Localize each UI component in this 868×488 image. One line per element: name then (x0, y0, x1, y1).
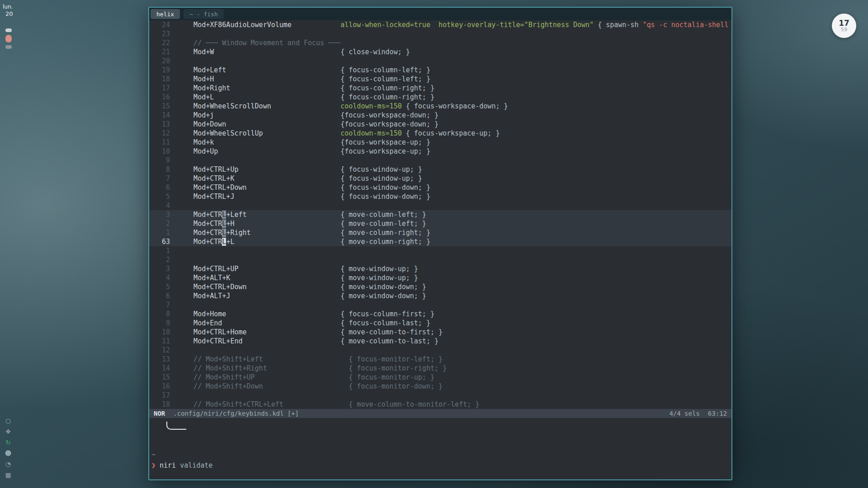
line-number: 20 (149, 56, 170, 66)
editor-line[interactable]: 21 Mod+W { close-window; } (149, 47, 731, 56)
line-content: Mod+H { focus-column-left; } (170, 75, 430, 84)
tab-helix[interactable]: helix (151, 9, 180, 19)
line-content: Mod+Left { focus-column-left; } (170, 66, 430, 75)
editor-line[interactable]: 10 Mod+CTRL+Home { move-column-to-first;… (149, 328, 731, 337)
line-number: 11 (149, 138, 170, 147)
line-number: 1 (149, 246, 170, 255)
editor-line[interactable]: 18 // Mod+Shift+CTRL+Left { move-column-… (149, 400, 731, 409)
editor-line[interactable]: 16 Mod+L { focus-column-right; } (149, 93, 731, 102)
workspace-pill-3[interactable] (5, 45, 12, 49)
line-content: Mod+CTRL+Down { focus-window-down; } (170, 183, 430, 192)
line-content: Mod+End { focus-column-last; } (170, 319, 430, 328)
editor-line[interactable]: 9 (149, 156, 731, 165)
shell-prompt[interactable]: ❯nirivalidate (151, 461, 212, 469)
clock-widget[interactable]: 17 59 (832, 14, 856, 38)
line-content (170, 246, 177, 255)
line-number: 4 (149, 201, 170, 210)
editor-line[interactable]: 2 (149, 255, 731, 264)
command-arg: validate (180, 461, 212, 469)
line-content: Mod+WheelScrollUp cooldown-ms=150 { focu… (170, 129, 500, 138)
shell-area[interactable]: ~ ❯nirivalidate (149, 418, 731, 479)
workspace-pill-1[interactable] (5, 28, 12, 32)
line-number: 12 (149, 346, 170, 355)
editor-line[interactable]: 15 Mod+WheelScrollDown cooldown-ms=150 {… (149, 102, 731, 111)
editor-line[interactable]: 16 // Mod+Shift+Down { focus-monitor-dow… (149, 382, 731, 391)
editor-line[interactable]: 1 (149, 246, 731, 255)
line-content (170, 300, 177, 310)
editor-line[interactable]: 15 // Mod+Shift+UP { focus-monitor-up; } (149, 373, 731, 382)
line-number: 7 (149, 174, 170, 183)
editor-line[interactable]: 7 Mod+CTRL+K { focus-window-up; } (149, 174, 731, 183)
clock-hour: 17 (839, 19, 849, 27)
editor-line[interactable]: 22 // ─── Window Movement and Focus ─── (149, 38, 731, 47)
shell-cwd: ~ (151, 450, 156, 459)
line-number: 8 (149, 310, 170, 319)
line-number: 22 (149, 38, 170, 47)
clock-icon[interactable]: ◔ (5, 461, 11, 468)
line-content: Mod+Up {focus-workspace-up; } (170, 147, 430, 156)
line-content (170, 201, 177, 210)
line-content (170, 346, 177, 355)
circle-status-icon[interactable]: ○ (5, 418, 11, 424)
workspace-indicators (5, 28, 12, 49)
line-content: Mod+k {focus-workspace-up; } (170, 138, 430, 147)
editor-line[interactable]: 14 // Mod+Shift+Right { focus-monitor-ri… (149, 364, 731, 373)
line-content (170, 56, 177, 66)
editor-line[interactable]: 5 Mod+CTRL+J { focus-window-down; } (149, 192, 731, 201)
editor-line[interactable]: 14 Mod+j {focus-workspace-down; } (149, 111, 731, 120)
apps-grid-icon[interactable]: ▦ (5, 472, 11, 479)
editor-line[interactable]: 12 (149, 346, 731, 355)
editor-line[interactable]: 63 Mod+CTRL+L { move-column-right; } (149, 237, 731, 246)
editor-line[interactable]: 10 Mod+Up {focus-workspace-up; } (149, 147, 731, 156)
rounded-corner-decoration (166, 422, 186, 430)
editor-line[interactable]: 12 Mod+WheelScrollUp cooldown-ms=150 { f… (149, 129, 731, 138)
terminal-window: helix ~ - fish 24 Mod+XF86AudioLowerVolu… (148, 7, 732, 480)
editor-line[interactable]: 13 // Mod+Shift+Left { focus-monitor-lef… (149, 355, 731, 364)
statusbar: NOR .config/niri/cfg/keybinds.kdl [+] 4/… (149, 409, 731, 418)
editor[interactable]: 24 Mod+XF86AudioLowerVolume allow-when-l… (149, 20, 731, 409)
line-number: 17 (149, 84, 170, 93)
editor-line[interactable]: 2 Mod+CTRL+H { move-column-left; } (149, 219, 731, 228)
cursor-position: 63:12 (708, 409, 727, 418)
line-number: 13 (149, 355, 170, 364)
tab-fish[interactable]: ~ - fish (184, 9, 224, 19)
editor-line[interactable]: 6 Mod+CTRL+Down { focus-window-down; } (149, 183, 731, 192)
editor-line[interactable]: 11 Mod+CTRL+End { move-column-to-last; } (149, 337, 731, 346)
line-number: 5 (149, 282, 170, 291)
editor-line[interactable]: 8 Mod+CTRL+Up { focus-window-up; } (149, 165, 731, 174)
line-number: 3 (149, 264, 170, 273)
editor-line[interactable]: 5 Mod+CTRL+Down { move-window-down; } (149, 282, 731, 291)
editor-line[interactable]: 19 Mod+Left { focus-column-left; } (149, 66, 731, 75)
editor-line[interactable]: 13 Mod+Down {focus-workspace-down; } (149, 120, 731, 129)
editor-line[interactable]: 8 Mod+Home { focus-column-first; } (149, 310, 731, 319)
editor-line[interactable]: 4 Mod+ALT+K { move-window-up; } (149, 273, 731, 282)
line-content: Mod+CTRL+Left { move-column-left; } (170, 210, 426, 219)
editor-line[interactable]: 9 Mod+End { focus-column-last; } (149, 319, 731, 328)
modified-badge: [+] (288, 409, 299, 418)
editor-line[interactable]: 24 Mod+XF86AudioLowerVolume allow-when-l… (149, 20, 731, 29)
editor-line[interactable]: 20 (149, 56, 731, 66)
editor-line[interactable]: 4 (149, 201, 731, 210)
editor-line[interactable]: 17 (149, 391, 731, 400)
paw-icon[interactable]: ❖ (5, 428, 11, 435)
line-number: 24 (149, 20, 170, 29)
editor-line[interactable]: 23 (149, 29, 731, 38)
editor-line[interactable]: 7 (149, 300, 731, 310)
editor-line[interactable]: 3 Mod+CTRL+UP { move-window-up; } (149, 264, 731, 273)
editor-line[interactable]: 3 Mod+CTRL+Left { move-column-left; } (149, 210, 731, 219)
user-icon[interactable]: ☻ (5, 450, 12, 457)
sync-icon[interactable]: ↻ (5, 439, 11, 446)
line-content: // Mod+Shift+Right { focus-monitor-right… (170, 364, 447, 373)
line-number: 10 (149, 147, 170, 156)
line-content: Mod+Down {focus-workspace-down; } (170, 120, 439, 129)
line-content: Mod+ALT+K { move-window-up; } (170, 273, 418, 282)
editor-line[interactable]: 18 Mod+H { focus-column-left; } (149, 75, 731, 84)
line-content: Mod+CTRL+Home { move-column-to-first; } (170, 328, 443, 337)
line-content: Mod+CTRL+L { move-column-right; } (170, 237, 430, 246)
editor-line[interactable]: 11 Mod+k {focus-workspace-up; } (149, 138, 731, 147)
editor-line[interactable]: 1 Mod+CTRL+Right { move-column-right; } (149, 228, 731, 237)
workspace-pill-2-active[interactable] (5, 35, 12, 42)
line-number: 23 (149, 29, 170, 38)
editor-line[interactable]: 17 Mod+Right { focus-column-right; } (149, 84, 731, 93)
editor-line[interactable]: 6 Mod+ALT+J { move-window-down; } (149, 291, 731, 300)
